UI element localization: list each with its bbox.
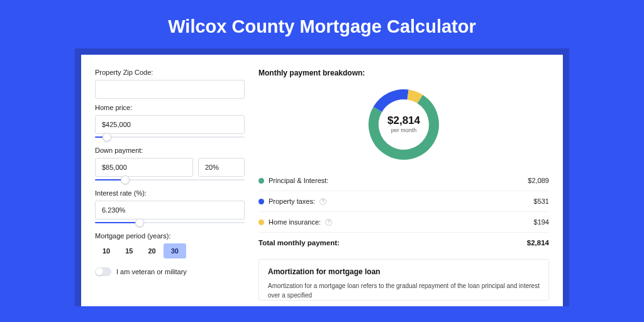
period-field: Mortgage period (years): 10152030 — [95, 232, 245, 258]
donut-value: $2,814 — [387, 114, 421, 126]
amortization-title: Amortization for mortgage loan — [268, 267, 540, 276]
legend-row: Principal & Interest:$2,089 — [258, 170, 549, 191]
home-price-label: Home price: — [95, 104, 245, 111]
down-payment-label: Down payment: — [95, 147, 245, 154]
slider-thumb[interactable] — [103, 133, 111, 142]
zip-label: Property Zip Code: — [95, 69, 245, 76]
rate-input[interactable] — [95, 201, 245, 219]
rate-field: Interest rate (%): — [95, 189, 245, 227]
info-icon[interactable]: ? — [319, 198, 326, 205]
legend-label: Home insurance: — [269, 218, 321, 226]
down-payment-pct-input[interactable] — [198, 158, 245, 177]
panel-backdrop: Property Zip Code: Home price: Down paym… — [75, 48, 569, 306]
legend-dot — [258, 178, 264, 184]
amortization-card: Amortization for mortgage loan Amortizat… — [258, 259, 549, 301]
zip-input[interactable] — [95, 80, 245, 99]
legend-row: Home insurance:?$194 — [258, 212, 549, 232]
period-option-10[interactable]: 10 — [95, 243, 118, 258]
legend-label: Property taxes: — [269, 197, 315, 205]
legend-value: $531 — [534, 197, 549, 205]
legend: Principal & Interest:$2,089Property taxe… — [258, 170, 549, 232]
down-payment-input[interactable] — [95, 158, 193, 177]
period-option-15[interactable]: 15 — [118, 243, 140, 258]
page-title: Wilcox County Mortgage Calculator — [0, 0, 644, 48]
home-price-input[interactable] — [95, 115, 245, 134]
legend-label: Principal & Interest: — [269, 177, 328, 184]
donut-chart: $2,814per month — [258, 81, 549, 168]
period-label: Mortgage period (years): — [95, 232, 245, 240]
veteran-toggle[interactable] — [95, 267, 111, 276]
rate-slider[interactable] — [95, 218, 245, 227]
amortization-text: Amortization for a mortgage loan refers … — [268, 281, 540, 300]
period-option-20[interactable]: 20 — [141, 243, 164, 258]
veteran-label: I am veteran or military — [116, 268, 187, 275]
legend-dot — [258, 219, 264, 225]
down-payment-slider[interactable] — [95, 175, 245, 184]
total-value: $2,814 — [527, 239, 549, 247]
period-option-30[interactable]: 30 — [164, 243, 186, 258]
down-payment-field: Down payment: — [95, 147, 245, 184]
legend-dot — [258, 199, 264, 204]
breakdown-column: Monthly payment breakdown: $2,814per mon… — [258, 69, 549, 306]
breakdown-heading: Monthly payment breakdown: — [258, 69, 549, 77]
zip-field: Property Zip Code: — [95, 69, 245, 99]
calculator-panel: Property Zip Code: Home price: Down paym… — [81, 55, 563, 306]
form-column: Property Zip Code: Home price: Down paym… — [95, 69, 245, 306]
legend-value: $194 — [534, 218, 549, 226]
donut-subtext: per month — [391, 127, 417, 133]
slider-thumb[interactable] — [121, 175, 130, 184]
info-icon[interactable]: ? — [325, 219, 332, 226]
home-price-field: Home price: — [95, 104, 245, 142]
toggle-knob — [96, 268, 103, 275]
veteran-toggle-row: I am veteran or military — [95, 267, 245, 276]
total-label: Total monthly payment: — [258, 239, 340, 247]
legend-row: Property taxes:?$531 — [258, 191, 549, 212]
home-price-slider[interactable] — [95, 133, 245, 142]
legend-value: $2,089 — [528, 177, 549, 184]
rate-label: Interest rate (%): — [95, 189, 245, 197]
slider-thumb[interactable] — [135, 218, 144, 227]
total-row: Total monthly payment: $2,814 — [258, 232, 549, 255]
